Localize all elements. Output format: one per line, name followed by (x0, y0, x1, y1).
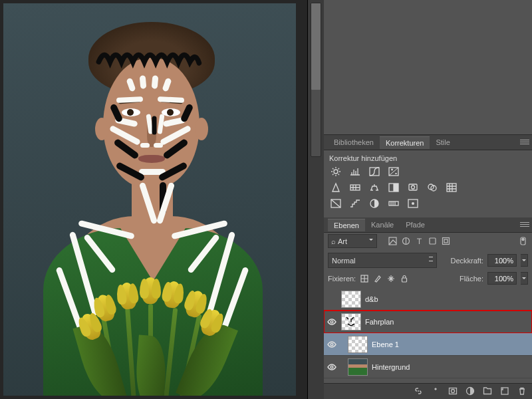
panel-menu-icon[interactable] (520, 138, 529, 145)
fill-slider-toggle[interactable] (521, 272, 528, 285)
canvas-art (88, 38, 208, 78)
levels-icon[interactable] (348, 166, 362, 178)
photo-filter-icon[interactable] (406, 182, 420, 194)
opacity-input[interactable]: 100% (487, 254, 517, 267)
svg-point-15 (412, 202, 414, 205)
tab-channels[interactable]: Kanäle (365, 219, 400, 231)
canvas-art (140, 75, 147, 89)
filter-pixel-icon[interactable] (388, 236, 398, 246)
delete-layer-icon[interactable] (517, 386, 527, 397)
vertical-scrollbar[interactable] (311, 3, 321, 157)
black-white-icon[interactable] (387, 182, 400, 194)
document-canvas[interactable] (3, 3, 296, 396)
canvas-art (154, 143, 163, 148)
tab-libraries[interactable]: Bibliotheken (328, 136, 380, 148)
new-layer-icon[interactable] (500, 386, 509, 397)
canvas-art (140, 143, 150, 148)
canvas-art (95, 118, 108, 140)
link-layers-icon[interactable] (414, 386, 423, 397)
layer-row[interactable]: Hintergrund (324, 356, 532, 378)
layers-filter-row: ⌕ Art (324, 233, 532, 251)
svg-rect-13 (389, 201, 398, 205)
right-panel-stack: Bibliotheken Korrekturen Stile Korrektur… (324, 0, 532, 399)
filter-toggle-switch[interactable] (518, 236, 528, 246)
lock-pixels-icon[interactable] (373, 274, 382, 283)
svg-rect-28 (450, 388, 457, 394)
visibility-toggle[interactable] (327, 362, 337, 372)
layer-name[interactable]: d&b (365, 295, 378, 303)
svg-rect-20 (444, 239, 448, 243)
visibility-toggle[interactable] (327, 339, 337, 350)
svg-point-22 (522, 238, 524, 240)
canvas-gutter (308, 0, 324, 399)
channel-mixer-icon[interactable] (426, 182, 439, 194)
visibility-toggle[interactable] (327, 317, 337, 327)
filter-adjustment-icon[interactable] (401, 236, 411, 246)
selective-color-icon[interactable] (406, 198, 420, 209)
lock-position-icon[interactable] (386, 274, 396, 283)
group-icon[interactable] (483, 386, 492, 397)
vibrance-icon[interactable] (329, 182, 342, 194)
layer-name[interactable]: Ebene 1 (372, 340, 399, 348)
adjustments-panel: Korrektur hinzufügen (324, 150, 532, 217)
layer-filter-kind-dropdown[interactable]: ⌕ Art (328, 234, 377, 248)
properties-panel-placeholder (324, 0, 532, 135)
layer-name[interactable]: Hintergrund (372, 363, 410, 371)
layer-thumbnail[interactable] (348, 336, 368, 353)
layer-thumbnail[interactable] (348, 358, 368, 376)
svg-rect-19 (443, 238, 450, 245)
adjustments-sublabel: Korrektur hinzufügen (329, 154, 527, 162)
layer-name[interactable]: Fahrplan (365, 318, 394, 326)
posterize-icon[interactable] (348, 198, 362, 209)
tab-adjustments[interactable]: Korrekturen (380, 136, 430, 149)
layer-style-icon[interactable] (431, 386, 440, 397)
brightness-contrast-icon[interactable] (329, 166, 342, 178)
layers-tabs: Ebenen Kanäle Pfade (324, 217, 532, 233)
svg-point-26 (331, 343, 333, 346)
layer-list[interactable]: d&bFahrplanEbene 1Hintergrund (324, 288, 532, 383)
tab-styles[interactable]: Stile (430, 136, 456, 148)
layer-thumbnail[interactable] (341, 313, 361, 331)
tab-layers[interactable]: Ebenen (328, 219, 365, 231)
layer-mask-icon[interactable] (448, 386, 458, 397)
invert-icon[interactable] (329, 198, 342, 209)
blend-mode-dropdown[interactable]: Normal (328, 253, 437, 268)
exposure-icon[interactable] (387, 166, 400, 178)
app-root: Bibliotheken Korrekturen Stile Korrektur… (0, 0, 532, 399)
svg-point-25 (331, 321, 333, 323)
blend-mode-value: Normal (332, 257, 355, 265)
fill-input[interactable]: 100% (487, 272, 517, 285)
adjustments-row-2 (329, 182, 527, 194)
layers-footer (324, 383, 532, 399)
curves-icon[interactable] (368, 166, 381, 178)
scrollbar-thumb[interactable] (311, 3, 321, 90)
search-icon: ⌕ (331, 237, 336, 245)
svg-point-27 (331, 366, 333, 368)
hue-saturation-icon[interactable] (348, 182, 362, 194)
threshold-icon[interactable] (368, 198, 381, 209)
svg-rect-10 (447, 184, 456, 192)
filter-smartobject-icon[interactable] (441, 236, 451, 246)
canvas-art (138, 155, 165, 163)
filter-shape-icon[interactable] (428, 236, 438, 246)
document-viewport[interactable] (0, 0, 308, 399)
color-lookup-icon[interactable] (445, 182, 458, 194)
canvas-art (162, 108, 180, 116)
lock-label: Fixieren: (328, 275, 356, 283)
lock-all-icon[interactable] (400, 274, 409, 283)
color-balance-icon[interactable] (368, 182, 381, 194)
layer-row[interactable]: d&b (324, 288, 532, 311)
panel-menu-icon[interactable] (520, 221, 529, 227)
filter-type-icon[interactable] (414, 236, 424, 246)
visibility-toggle[interactable] (327, 294, 337, 305)
tab-paths[interactable]: Pfade (400, 219, 431, 231)
adjustment-layer-icon[interactable] (466, 386, 475, 397)
layer-row[interactable]: Ebene 1 (324, 333, 532, 356)
lock-transparency-icon[interactable] (360, 274, 369, 283)
gradient-map-icon[interactable] (387, 198, 400, 209)
layer-row[interactable]: Fahrplan (324, 311, 532, 333)
canvas-art (195, 118, 208, 140)
layer-thumbnail[interactable] (341, 291, 361, 308)
svg-rect-5 (394, 184, 398, 192)
opacity-slider-toggle[interactable] (521, 254, 528, 267)
